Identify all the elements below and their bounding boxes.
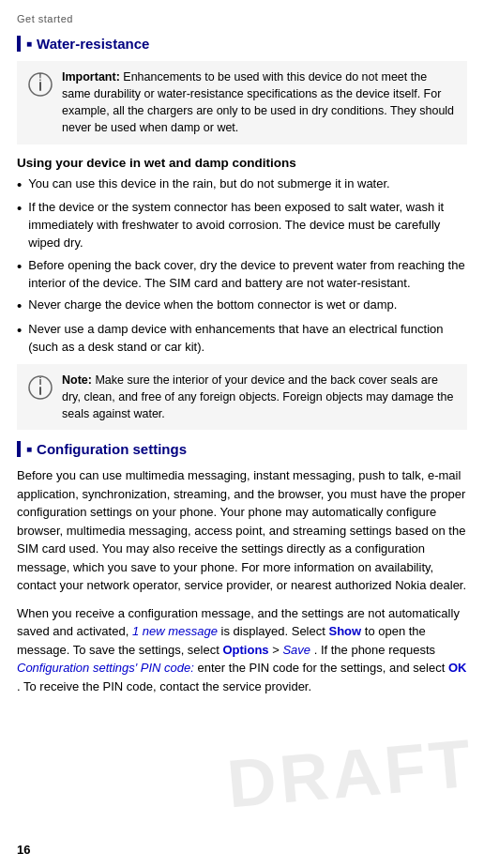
svg-text:i: i: [38, 375, 41, 387]
list-item: If the device or the system connector ha…: [17, 199, 467, 252]
note-box: i Note: Make sure the interior of your d…: [17, 364, 467, 430]
section-water-resistance-heading: Water-resistance: [17, 36, 467, 52]
save-link[interactable]: Save: [282, 643, 310, 657]
page-header: Get started: [17, 13, 467, 24]
options-link[interactable]: Options: [222, 643, 268, 657]
note-svg-icon: i: [28, 375, 53, 400]
p2-end: enter the PIN code for the settings, and…: [198, 661, 446, 675]
show-link[interactable]: Show: [328, 624, 361, 638]
ok-link[interactable]: OK: [448, 661, 467, 675]
svg-text:!: !: [38, 72, 41, 83]
note-body: Make sure the interior of your device an…: [62, 373, 453, 420]
page-container: DRAFT Get started Water-resistance ! Imp…: [0, 0, 484, 868]
list-item: Never use a damp device with enhancement…: [17, 321, 467, 357]
p2-final: . To receive the PIN code, contact the s…: [17, 679, 311, 693]
arrow: >: [272, 643, 280, 657]
important-icon: !: [26, 70, 54, 99]
list-item: Before opening the back cover, dry the d…: [17, 257, 467, 293]
config-pin-link[interactable]: Configuration settings' PIN code:: [17, 661, 194, 675]
new-message-link[interactable]: 1 new message: [132, 624, 218, 638]
list-item: Never charge the device when the bottom …: [17, 297, 467, 316]
watermark: DRAFT: [224, 724, 477, 823]
important-label: Important:: [62, 70, 120, 84]
list-item: You can use this device in the rain, but…: [17, 175, 467, 195]
wet-conditions-list: You can use this device in the rain, but…: [17, 175, 467, 357]
important-svg-icon: !: [28, 72, 53, 97]
important-note-box: ! Important: Enhancements to be used wit…: [17, 61, 467, 145]
p2-mid3: . If the phone requests: [314, 643, 435, 657]
note-icon: i: [26, 373, 54, 402]
config-paragraph1: Before you can use multimedia messaging,…: [17, 466, 467, 595]
config-paragraph2: When you receive a configuration message…: [17, 604, 467, 696]
note-label: Note:: [62, 373, 92, 387]
page-number: 16: [17, 843, 30, 857]
p2-mid: is displayed. Select: [221, 624, 325, 638]
note-text: Note: Make sure the interior of your dev…: [62, 372, 458, 422]
section-config-heading: Configuration settings: [17, 441, 467, 457]
wet-conditions-subheading: Using your device in wet and damp condit…: [17, 156, 467, 170]
important-note-text: Important: Enhancements to be used with …: [62, 69, 458, 137]
important-note-body: Enhancements to be used with this device…: [62, 70, 454, 134]
